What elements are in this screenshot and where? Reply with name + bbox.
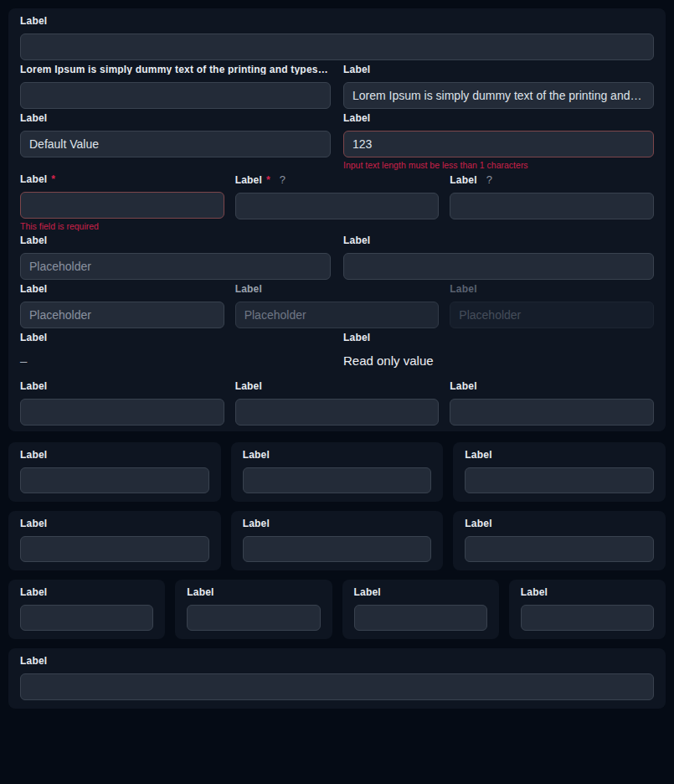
help-icon[interactable]: ? — [280, 174, 286, 185]
form-field: Label ? — [450, 174, 654, 219]
text-input[interactable] — [235, 399, 440, 426]
form-field: Label * ? — [235, 174, 440, 219]
field-card: Label — [231, 442, 444, 502]
form-row: Label – Label Read only value — [20, 333, 654, 381]
field-label: Label — [20, 235, 47, 245]
field-card: Label — [8, 511, 221, 570]
field-card: Label — [175, 580, 332, 639]
form-field: Label — [20, 16, 654, 60]
validation-error-message: This field is required — [20, 222, 224, 231]
form-row: Label * This field is required Label * ?… — [20, 174, 654, 235]
field-label: Label — [465, 450, 491, 460]
text-input-disabled — [450, 302, 654, 328]
form-field: Label Input text length must be less tha… — [343, 113, 654, 170]
field-label: Label — [343, 235, 370, 245]
card-row: Label Label Label Label — [8, 580, 666, 639]
field-label: Label — [235, 175, 262, 185]
field-label: Label — [521, 587, 548, 597]
text-input[interactable] — [20, 673, 654, 700]
field-label: Label — [187, 587, 214, 597]
form-row: Label Label — [20, 235, 654, 284]
text-input[interactable] — [187, 605, 320, 631]
text-input-required-invalid[interactable] — [20, 192, 224, 219]
field-label: Label — [450, 175, 476, 185]
text-input-with-placeholder[interactable] — [20, 253, 331, 280]
field-card: Label — [453, 442, 666, 502]
form-field: Label — [20, 381, 224, 426]
form-field: Label * This field is required — [20, 174, 224, 231]
text-input-long-value[interactable] — [343, 82, 654, 109]
form-field: Label — [235, 381, 440, 426]
field-label: Label — [20, 113, 47, 123]
text-input[interactable] — [450, 399, 654, 426]
field-label: Label — [20, 587, 47, 597]
form-field: Label — [20, 235, 331, 280]
form-field-readonly: Label – — [20, 333, 331, 377]
field-label: Label — [243, 450, 270, 460]
text-input[interactable] — [20, 82, 331, 109]
text-input[interactable] — [465, 467, 654, 493]
text-input-default-value[interactable] — [20, 131, 331, 157]
text-input-with-placeholder[interactable] — [20, 302, 224, 328]
text-input[interactable] — [354, 605, 487, 631]
field-label: Label — [243, 518, 270, 529]
field-label: Label — [343, 113, 370, 123]
card-row: Label Label Label — [8, 442, 666, 502]
field-card: Label — [231, 511, 444, 570]
card-row: Label Label Label — [8, 511, 666, 570]
text-input[interactable] — [20, 605, 153, 631]
form-field: Label — [450, 381, 654, 426]
form-field-dimmed: Label — [235, 284, 440, 328]
form-field-disabled: Label — [450, 284, 654, 328]
form-field: Label — [343, 235, 654, 280]
form-field: Label — [343, 64, 654, 109]
text-input[interactable] — [20, 536, 209, 562]
text-input-dimmed[interactable] — [235, 302, 440, 328]
text-input[interactable] — [465, 536, 654, 562]
text-input-invalid[interactable] — [343, 131, 654, 157]
text-input[interactable] — [243, 536, 432, 562]
main-form-card: Label Lorem Ipsum is simply dummy text o… — [8, 8, 666, 431]
field-label: Label — [354, 587, 381, 597]
field-label: Label — [235, 381, 262, 391]
form-row: Label Label Label — [20, 284, 654, 333]
field-label: Label — [20, 284, 47, 294]
field-label: Label — [20, 656, 47, 666]
help-icon[interactable]: ? — [486, 174, 492, 185]
readonly-value: Read only value — [343, 353, 654, 369]
field-card: Label — [8, 442, 221, 502]
text-input[interactable] — [521, 605, 654, 631]
form-field: Lorem Ipsum is simply dummy text of the … — [20, 64, 331, 109]
form-field: Label — [20, 113, 331, 157]
text-input[interactable] — [243, 467, 432, 493]
field-card: Label — [342, 580, 499, 639]
bottom-field-card: Label — [8, 648, 666, 709]
form-row: Lorem Ipsum is simply dummy text of the … — [20, 64, 654, 113]
text-input[interactable] — [343, 253, 654, 280]
text-input[interactable] — [20, 34, 654, 60]
form-field-readonly: Label Read only value — [343, 333, 654, 377]
form-row: Label Label Label — [20, 381, 654, 426]
field-label: Label — [20, 518, 47, 529]
field-label-long: Lorem Ipsum is simply dummy text of the … — [20, 64, 331, 75]
field-label: Label — [20, 16, 47, 26]
text-input[interactable] — [450, 193, 654, 219]
text-input[interactable] — [20, 467, 209, 493]
readonly-empty-value: – — [20, 353, 331, 369]
field-label: Label — [235, 284, 262, 294]
required-asterisk: * — [51, 174, 55, 184]
field-label: Label — [20, 333, 47, 343]
field-card: Label — [509, 580, 666, 639]
validation-error-message: Input text length must be less than 1 ch… — [343, 161, 654, 170]
field-label: Label — [465, 518, 491, 529]
field-label: Label — [20, 381, 47, 391]
field-label: Label — [343, 333, 370, 343]
text-input[interactable] — [235, 193, 440, 219]
field-card: Label — [8, 580, 165, 639]
form-field: Label — [20, 284, 224, 328]
field-label: Label — [20, 174, 47, 184]
form-row: Label Label Input text length must be le… — [20, 113, 654, 174]
field-label: Label — [450, 381, 476, 391]
field-label: Label — [20, 450, 47, 460]
text-input[interactable] — [20, 399, 224, 426]
